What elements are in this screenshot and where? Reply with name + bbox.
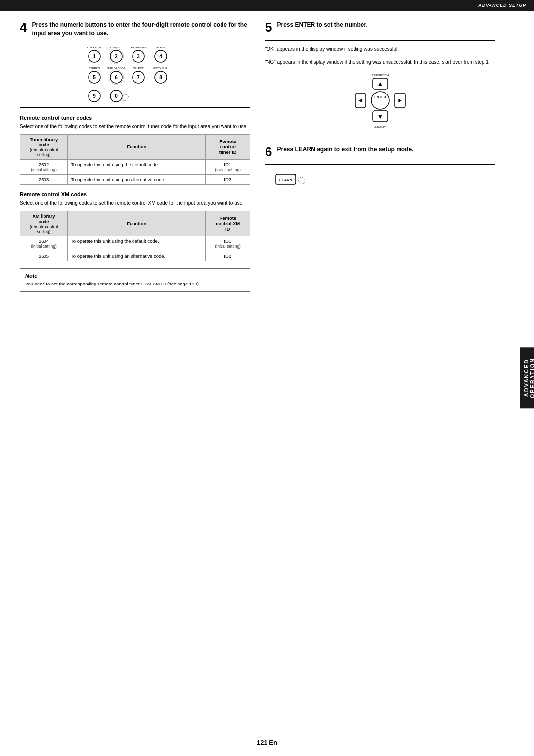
learn-svg: LEARN	[275, 170, 314, 190]
step4-header: 4 Press the numeric buttons to enter the…	[20, 21, 250, 38]
xm-row-2: 2605 To operate this unit using an alter…	[20, 251, 250, 261]
svg-text:0: 0	[115, 94, 118, 99]
note-text: You need to set the corresponding remote…	[25, 281, 245, 287]
xm-table: XM library code (remote control setting)…	[20, 211, 250, 261]
xm-code-2: 2605	[20, 251, 68, 261]
svg-text:SELECT: SELECT	[133, 67, 144, 70]
svg-text:EXTD SUR.: EXTD SUR.	[153, 67, 168, 70]
tuner-func-1: To operate this unit using the default c…	[68, 159, 206, 174]
svg-point-35	[371, 92, 389, 109]
tuner-th3: Remote control tuner ID	[206, 134, 250, 159]
tuner-th2: Function	[68, 134, 206, 159]
step4-title: Press the numeric buttons to enter the f…	[32, 21, 250, 38]
tuner-id-1: ID1 (initial setting)	[206, 159, 250, 174]
keypad-svg: CLASSICAL LIVE/CLB ENTERTAIN MOVIE 1 2 3…	[86, 44, 184, 103]
svg-text:LIVE/CLB: LIVE/CLB	[110, 46, 122, 49]
enter-diagram: PRESET/CH ▲ ◄ ENTER ► ▼	[265, 71, 495, 136]
step4-number: 4	[20, 21, 27, 34]
step6-header: 6 Press LEARN again to exit from the set…	[265, 145, 495, 158]
svg-text:A-E/CAT.: A-E/CAT.	[374, 126, 387, 129]
xm-th2: Function	[68, 211, 206, 236]
step5-title: Press ENTER to set the number.	[277, 21, 367, 29]
svg-text:CLASSICAL: CLASSICAL	[87, 46, 102, 49]
tuner-heading: Remote control tuner codes	[20, 115, 250, 121]
tuner-row-2: 2603 To operate this unit using an alter…	[20, 174, 250, 184]
xm-th3: Remote control XM ID	[206, 211, 250, 236]
note-box: Note You need to set the corresponding r…	[20, 268, 250, 292]
left-column: 4 Press the numeric buttons to enter the…	[20, 21, 250, 292]
svg-text:ENTERTAIN: ENTERTAIN	[131, 46, 146, 49]
tuner-code-1: 2602 (initial setting)	[20, 159, 68, 174]
step5-text2: “NG” appears in the display window if th…	[265, 58, 495, 66]
svg-text:9: 9	[93, 94, 96, 99]
svg-text:2: 2	[115, 54, 118, 59]
svg-text:◄: ◄	[357, 97, 363, 104]
header-bar: ADVANCED SETUP	[0, 0, 534, 11]
svg-text:5: 5	[93, 75, 96, 80]
page-number: 121 En	[257, 739, 277, 746]
keypad-diagram: CLASSICAL LIVE/CLB ENTERTAIN MOVIE 1 2 3…	[20, 44, 250, 103]
svg-text:▲: ▲	[377, 80, 383, 87]
tuner-th1: Tuner library code (remote control setti…	[20, 134, 68, 159]
svg-text:LEARN: LEARN	[279, 178, 292, 182]
xm-row-1: 2604 (initial setting) To operate this u…	[20, 236, 250, 251]
divider-1	[20, 107, 250, 108]
xm-desc: Select one of the following codes to set…	[20, 199, 250, 207]
svg-text:▼: ▼	[377, 113, 383, 120]
enter-svg: PRESET/CH ▲ ◄ ENTER ► ▼	[348, 71, 412, 136]
divider-3	[265, 164, 495, 165]
right-column: 5 Press ENTER to set the number. “OK” ap…	[265, 21, 495, 292]
svg-text:3: 3	[137, 54, 140, 59]
svg-text:►: ►	[397, 97, 403, 104]
svg-text:PRESET/CH: PRESET/CH	[372, 74, 389, 77]
learn-diagram: LEARN	[265, 170, 495, 190]
svg-text:SUR.DECODE: SUR.DECODE	[107, 67, 126, 70]
step6-number: 6	[265, 145, 272, 158]
xm-id-1: ID1 (initial setting)	[206, 236, 250, 251]
svg-text:1: 1	[93, 54, 96, 59]
xm-func-2: To operate this unit using an alternativ…	[68, 251, 206, 261]
svg-text:7: 7	[137, 75, 140, 80]
svg-text:ENTER: ENTER	[374, 95, 386, 99]
svg-text:6: 6	[115, 75, 118, 80]
svg-text:4: 4	[159, 54, 162, 59]
step6-title: Press LEARN again to exit from the setup…	[277, 145, 413, 154]
note-title: Note	[25, 273, 245, 279]
tuner-func-2: To operate this unit using an alternativ…	[68, 174, 206, 184]
svg-text:STEREO: STEREO	[89, 67, 100, 70]
two-column-layout: 4 Press the numeric buttons to enter the…	[20, 21, 495, 292]
xm-func-1: To operate this unit using the default c…	[68, 236, 206, 251]
svg-text:MOVIE: MOVIE	[156, 46, 165, 49]
xm-id-2: ID2	[206, 251, 250, 261]
svg-text:8: 8	[159, 75, 162, 80]
tuner-code-2: 2603	[20, 174, 68, 184]
step6-area: 6 Press LEARN again to exit from the set…	[265, 145, 495, 190]
tuner-desc: Select one of the following codes to set…	[20, 123, 250, 130]
step5-header: 5 Press ENTER to set the number.	[265, 21, 495, 34]
main-content: 4 Press the numeric buttons to enter the…	[0, 11, 520, 302]
tuner-row-1: 2602 (initial setting) To operate this u…	[20, 159, 250, 174]
xm-code-1: 2604 (initial setting)	[20, 236, 68, 251]
step5-number: 5	[265, 21, 272, 34]
xm-th1: XM library code (remote control setting)	[20, 211, 68, 236]
header-label: ADVANCED SETUP	[478, 3, 526, 8]
step5-text1: “OK” appears in the display window if se…	[265, 46, 495, 53]
side-tab: ADVANCEDOPERATION	[520, 348, 534, 409]
xm-heading: Remote control XM codes	[20, 191, 250, 197]
tuner-table: Tuner library code (remote control setti…	[20, 134, 250, 185]
divider-2	[265, 40, 495, 41]
tuner-id-2: ID2	[206, 174, 250, 184]
